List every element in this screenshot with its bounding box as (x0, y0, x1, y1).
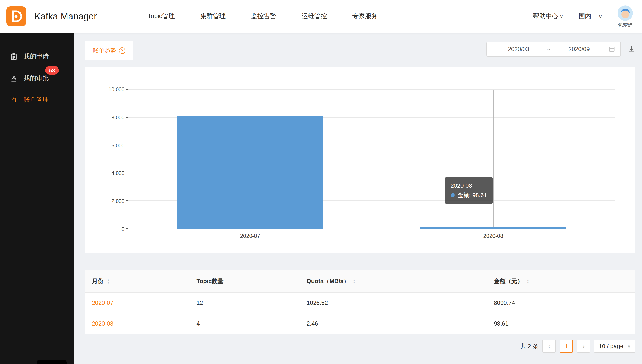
chevron-down-icon (560, 14, 563, 19)
nav-item-3[interactable]: 监控告警 (251, 12, 276, 20)
table-cell: 12 (189, 292, 299, 313)
chevron-down-icon (598, 14, 602, 19)
sort-icon[interactable]: ▲▼ (352, 279, 356, 284)
column-header-1[interactable]: 月份▲▼ (85, 270, 189, 292)
axis-tick (126, 89, 129, 90)
month-link[interactable]: 2020-07 (92, 299, 113, 306)
alarm-icon (10, 96, 18, 104)
main-nav: Topic管理集群管理监控告警运维管控专家服务 (148, 0, 378, 32)
bar-2020-08[interactable] (420, 228, 566, 229)
chart-tooltip: 2020-08 金额: 98.61 (445, 177, 493, 204)
help-center-label: 帮助中心 (533, 12, 558, 20)
help-center-link[interactable]: 帮助中心 (533, 12, 563, 20)
total-count: 共 2 条 (520, 342, 539, 350)
bill-table-element: 月份▲▼Topic数量Quota（MB/s）▲▼金额（元）▲▼ 2020-071… (85, 270, 635, 334)
help-circle-icon (119, 47, 125, 54)
toolbar: 账单趋势 2020/03 ~ 2020/09 (85, 41, 635, 60)
column-label: 月份 (92, 277, 104, 285)
gridline (129, 89, 615, 90)
y-tick-label: 8,000 (111, 115, 124, 120)
column-label: 金额（元） (494, 277, 523, 285)
bar-2020-07[interactable] (177, 116, 323, 229)
next-page-button[interactable] (577, 340, 590, 353)
bill-trend-chart: 02,0004,0006,0008,00010,000 2020-08 金额: … (85, 67, 635, 253)
page-size-select[interactable]: 10 / page (594, 340, 635, 353)
user-menu[interactable]: 包梦婷 (617, 6, 633, 28)
sidebar-item-label: 账单管理 (24, 96, 49, 104)
series-dot-icon (451, 193, 455, 197)
table-cell: 8090.74 (487, 292, 635, 313)
app-root: Kafka Manager Topic管理集群管理监控告警运维管控专家服务 帮助… (0, 0, 642, 364)
region-label: 国内 (579, 12, 591, 20)
page-1-button[interactable]: 1 (560, 340, 573, 353)
axis-tick (126, 228, 129, 229)
chevron-left-icon (548, 342, 550, 350)
table-cell: 1026.52 (299, 292, 487, 313)
user-name: 包梦婷 (618, 22, 633, 28)
y-tick-label: 10,000 (109, 87, 124, 92)
tooltip-row: 金额: 98.61 (451, 190, 487, 200)
prev-page-button[interactable] (543, 340, 556, 353)
tooltip-title: 2020-08 (451, 181, 487, 190)
table-body: 2020-07121026.528090.742020-0842.4698.61 (85, 292, 635, 334)
sidebar-item-my-approvals[interactable]: 我的审批 58 (0, 67, 74, 89)
axis-tick (126, 145, 129, 145)
region-select[interactable]: 国内 (579, 12, 602, 20)
date-start-input[interactable]: 2020/03 (492, 46, 545, 52)
sidebar-item-bill-management[interactable]: 账单管理 (0, 89, 74, 111)
y-axis-labels: 02,0004,0006,0008,00010,000 (85, 90, 124, 229)
bill-table: 月份▲▼Topic数量Quota（MB/s）▲▼金额（元）▲▼ 2020-071… (85, 270, 635, 334)
table-cell: 2020-07 (85, 292, 189, 313)
approval-count-badge: 58 (45, 66, 59, 74)
table-cell: 2.46 (299, 313, 487, 334)
chevron-down-icon (627, 344, 631, 348)
header-right: 帮助中心 国内 包梦婷 (533, 0, 633, 32)
sidebar-item-label: 我的审批 (24, 74, 49, 82)
column-label: Quota（MB/s） (307, 277, 349, 285)
date-separator: ~ (545, 46, 552, 52)
nav-item-2[interactable]: 集群管理 (200, 12, 226, 20)
nav-item-1[interactable]: Topic管理 (148, 12, 175, 20)
table-header-row: 月份▲▼Topic数量Quota（MB/s）▲▼金额（元）▲▼ (85, 270, 635, 292)
month-link[interactable]: 2020-08 (92, 320, 113, 327)
nav-item-4[interactable]: 运维管控 (302, 12, 327, 20)
sidebar: 我的申请 我的审批 58 账单管理 (0, 32, 74, 364)
column-header-4[interactable]: 金额（元）▲▼ (487, 270, 635, 292)
y-tick-label: 0 (122, 226, 124, 232)
sort-icon[interactable]: ▲▼ (107, 279, 110, 284)
date-range-picker[interactable]: 2020/03 ~ 2020/09 (486, 42, 621, 56)
tab-label: 账单趋势 (93, 46, 116, 54)
app-logo[interactable] (6, 6, 26, 26)
y-tick-label: 2,000 (111, 198, 124, 204)
x-tick-label: 2020-07 (240, 233, 260, 239)
table-cell: 2020-08 (85, 313, 189, 334)
nav-item-5[interactable]: 专家服务 (352, 12, 378, 20)
sidebar-item-label: 我的申请 (24, 52, 49, 60)
main-content: 账单趋势 2020/03 ~ 2020/09 (74, 32, 642, 364)
table-cell: 98.61 (487, 313, 635, 334)
toolbar-right: 2020/03 ~ 2020/09 (486, 42, 635, 56)
avatar (617, 6, 633, 21)
calendar-icon (608, 46, 615, 52)
x-tick-label: 2020-08 (483, 233, 503, 239)
sort-icon[interactable]: ▲▼ (526, 279, 529, 284)
sidebar-footer-hint (37, 360, 67, 364)
axis-tick (126, 173, 129, 173)
axis-tick (126, 117, 129, 117)
axis-tick (126, 200, 129, 201)
clipboard-icon (10, 53, 18, 60)
download-icon[interactable] (627, 45, 635, 53)
column-header-3[interactable]: Quota（MB/s）▲▼ (299, 270, 487, 292)
date-end-input[interactable]: 2020/09 (552, 46, 606, 52)
column-label: Topic数量 (196, 277, 223, 285)
stamp-icon (10, 74, 18, 82)
tab-bill-trend[interactable]: 账单趋势 (85, 41, 134, 60)
y-tick-label: 6,000 (111, 143, 124, 148)
crosshair-line (493, 90, 494, 229)
table-row-2: 2020-0842.4698.61 (85, 313, 635, 334)
table-cell: 4 (189, 313, 299, 334)
page-size-label: 10 / page (599, 343, 623, 350)
app-title: Kafka Manager (34, 0, 97, 32)
tooltip-text: 金额: 98.61 (457, 192, 487, 199)
sidebar-item-my-applications[interactable]: 我的申请 (0, 46, 74, 67)
